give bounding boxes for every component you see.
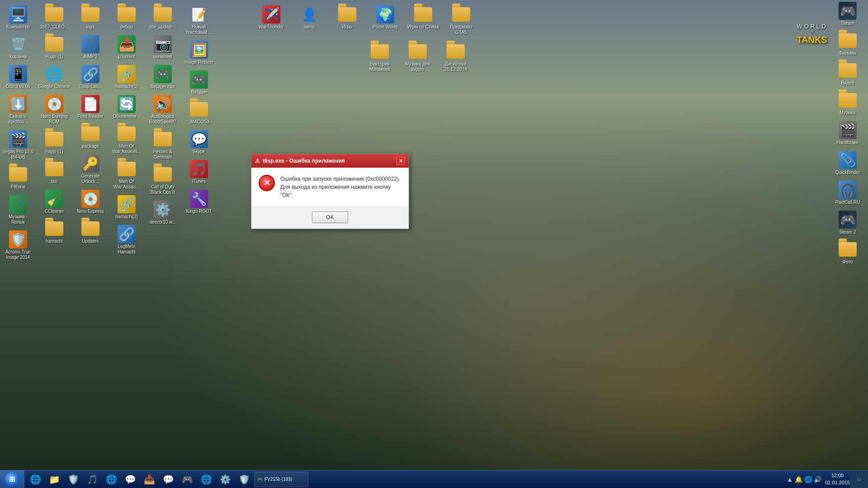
desktop-icon-foxit[interactable]: 📄 Foxit Reader	[72, 93, 108, 121]
desktop-icon-obnovlenie[interactable]: 🔄 Обновлени...	[108, 93, 145, 121]
acronis-icon: 🛡️	[9, 230, 27, 249]
taskbar-shield-icon[interactable]: 🛡️	[235, 471, 253, 488]
coop-label: Coop-Lan...	[79, 84, 102, 89]
predz-gta5-label: Предзаказ GTA5	[445, 24, 477, 35]
desktop-icon-nero-express[interactable]: 💿 Nero Express	[72, 188, 108, 216]
desktop-icon-hamachi2[interactable]: 🔗 hamachi[2]	[108, 193, 145, 221]
desktop-icon-steam[interactable]: 🎮 Steam	[830, 0, 866, 28]
taskbar-chrome2-icon[interactable]: 🌐	[197, 471, 215, 488]
taskbar-skype2-icon[interactable]: 💬	[159, 471, 177, 488]
desktop-icon-raidcall[interactable]: 🎧 RaidCall.RU	[830, 179, 866, 207]
desktop-icon-phone[interactable]: PÌ€one	[0, 164, 36, 192]
desktop-icon-menof-war2[interactable]: Men Of War:Assau...	[108, 158, 145, 192]
tray-notification-icon[interactable]: 🔔	[795, 476, 802, 483]
hamachi2-icon: 🔗	[118, 195, 136, 213]
menof-war2-icon	[118, 160, 136, 178]
desktop-icon-title-update[interactable]: title_update...	[145, 4, 181, 32]
desktop-icon-directx[interactable]: ⚙️ directx10 w...	[145, 199, 181, 227]
taskbar-ie-icon[interactable]: 🌐	[26, 471, 44, 488]
desktop-icon-skype-icon[interactable]: 💬 Skype	[181, 128, 217, 156]
desktop-icon-skachat[interactable]: ⬇️ Скачать epichno...	[0, 93, 36, 127]
prime-world-label: Prime World	[373, 24, 398, 30]
desktop-icon-cleo[interactable]: 1667_CLEO...	[36, 4, 72, 32]
desktop-icon-video[interactable]: Видео	[830, 60, 866, 88]
desktop-icon-hamachi[interactable]: hamachi	[36, 218, 72, 246]
taskbar-active-window[interactable]: 🎮 FV215b (183)	[254, 472, 308, 487]
aimp3-label: AIMP3	[84, 54, 97, 60]
desktop-icon-quickbinder[interactable]: 📎 QuickBinder	[830, 149, 866, 177]
desktop-icon-bin[interactable]: bin	[36, 158, 72, 186]
desktop-icon-prime-world[interactable]: 🌍 Prime World	[367, 4, 403, 37]
desktop-icon-viktoriya[interactable]: Виктория Минакова	[362, 41, 398, 74]
desktop-icon-handbrake[interactable]: 🎬 Handbrake	[830, 119, 866, 147]
desktop-icon-ccleaner[interactable]: 🧹 CCleaner	[36, 188, 72, 216]
icon-column-6: 📝 Новый текстовый ... 🖼️ Image Resizer 🎮…	[181, 4, 217, 216]
desktop-icon-itunes[interactable]: 🎵 iTunes	[181, 158, 217, 186]
desktop-icon-computer[interactable]: 🖥️ Компьютер	[0, 4, 36, 32]
desktop-icon-chrome-icon[interactable]: 🌐 Google Chrome	[36, 63, 72, 91]
taskbar-explorer-icon[interactable]: 📁	[45, 471, 63, 488]
taskbar-skype-icon[interactable]: 💬	[121, 471, 139, 488]
desktop-icon-vegas[interactable]: 🎬 Vegas Pro 12.0 (64-bit)	[0, 128, 36, 162]
desktop-icon-foto[interactable]: Фото	[830, 239, 866, 267]
desktop-icon-hamachi1[interactable]: 🔗 hamachi[1]	[108, 63, 145, 91]
desktop-icon-logs[interactable]: logs	[72, 4, 108, 32]
dialog-ok-button[interactable]: OK	[312, 211, 348, 223]
tray-network-icon[interactable]: 🌐	[804, 476, 812, 483]
desktop-icon-debug[interactable]: debug	[108, 4, 145, 32]
desktop-icon-audiologic[interactable]: 🔊 Audiologics BoostSpeed7	[145, 93, 181, 127]
desktop-icon-nado2[interactable]: Надо (1)	[36, 128, 72, 156]
desktop-icon-cod[interactable]: Call of Duty Black Ops II	[145, 164, 181, 197]
show-desktop-button[interactable]: ▭	[850, 470, 868, 488]
desktop-icon-igry-steam[interactable]: Игры со Стима	[405, 4, 441, 37]
tray-expand-icon[interactable]: ▲	[787, 476, 793, 483]
desktop-icon-novyi-text[interactable]: 📝 Новый текстовый ...	[181, 4, 217, 37]
desktop-icon-generate[interactable]: 🔑 Generate Unlock...	[72, 153, 108, 186]
taskbar-clock[interactable]: 12:00 02.01.2015	[825, 472, 850, 486]
desktop-icon-macos[interactable]: _MACOSX	[181, 99, 217, 127]
desktop-icon-nero[interactable]: 💿 Nero Burning ROM	[36, 93, 72, 127]
desktop-icon-aimp3[interactable]: 🎵 AIMP3	[72, 33, 108, 61]
bin-icon	[45, 160, 63, 178]
desktop-icon-verdun[interactable]: 🎮 Вердун	[181, 69, 217, 97]
taskbar-wmp-icon[interactable]: 🎵	[83, 471, 101, 488]
taskbar-utorrent-icon[interactable]: 📥	[140, 471, 158, 488]
desktop-icon-nado1[interactable]: Надо (1)	[36, 33, 72, 61]
desktop-icon-acronis[interactable]: 🛡️ Acronis True Image 2014	[0, 229, 36, 262]
desktop-icon-heroes[interactable]: Heroes & Generals	[145, 128, 181, 162]
desktop-icon-coop[interactable]: 🔗 Coop-Lan...	[72, 63, 108, 91]
desktop-icon-predz-gta5[interactable]: Предзаказ GTA5	[443, 4, 479, 37]
start-button[interactable]: ⊞	[0, 470, 24, 488]
desktop-icon-muzika[interactable]: 🎵 Музыка - Ярлык	[0, 193, 36, 227]
diskoteka-icon	[447, 42, 465, 61]
desktop-icon-steam2[interactable]: 🎮 Steam 2	[830, 209, 866, 237]
dialog-close-button[interactable]: ✕	[396, 157, 405, 165]
clock-date: 02.01.2015	[825, 479, 850, 486]
desktop-icon-recycle[interactable]: 🗑️ Корзина	[0, 33, 36, 61]
desktop-icon-unnamed[interactable]: 📷 unnamed	[145, 33, 181, 61]
desktop-icon-menof-war[interactable]: Men Of War:Assaulti...	[108, 123, 145, 156]
taskbar-acronis-taskbar-icon[interactable]: 🛡️	[64, 471, 82, 488]
samp-icon: 👤	[300, 5, 318, 23]
desktop-icon-filmy[interactable]: Фильмы	[830, 30, 866, 58]
desktop-icon-igry[interactable]: Игры	[329, 4, 365, 37]
desktop-icon-package[interactable]: package	[72, 123, 108, 151]
logs-icon	[81, 5, 99, 23]
taskbar-steam-icon[interactable]: 🎮	[178, 471, 196, 488]
tray-volume-icon[interactable]: 🔊	[814, 476, 821, 483]
desktop-icon-muzika-r[interactable]: Музыка	[830, 89, 866, 117]
desktop-icon-muzika-video[interactable]: Музыка для видео	[400, 41, 436, 74]
bin-label: bin	[51, 179, 57, 184]
desktop-icon-image-resizer[interactable]: 🖼️ Image Resizer	[181, 39, 217, 67]
desktop-icon-kingo[interactable]: 🔧 Kingo ROOT	[181, 188, 217, 216]
desktop-icon-odin3[interactable]: 📱 Odin3 v3.09	[0, 63, 36, 91]
desktop-icon-samp[interactable]: 👤 samp	[291, 4, 327, 37]
desktop-icon-utorrent[interactable]: 📥 µTorrent	[108, 33, 145, 61]
taskbar-chrome-icon[interactable]: 🌐	[102, 471, 120, 488]
desktop-icon-verdun-mpr[interactable]: 🎮 Вердун.mpr	[145, 63, 181, 91]
desktop-icon-warthunder[interactable]: ✈️ WarThunder	[253, 4, 289, 37]
taskbar-app-icon[interactable]: ⚙️	[216, 471, 234, 488]
desktop-icon-logmein[interactable]: 🔗 LogMeIn Hamachi	[108, 223, 145, 257]
desktop-icon-diskoteka[interactable]: Дискотека 26.12.2014	[438, 41, 474, 74]
desktop-icon-updates[interactable]: Updates	[72, 218, 108, 246]
